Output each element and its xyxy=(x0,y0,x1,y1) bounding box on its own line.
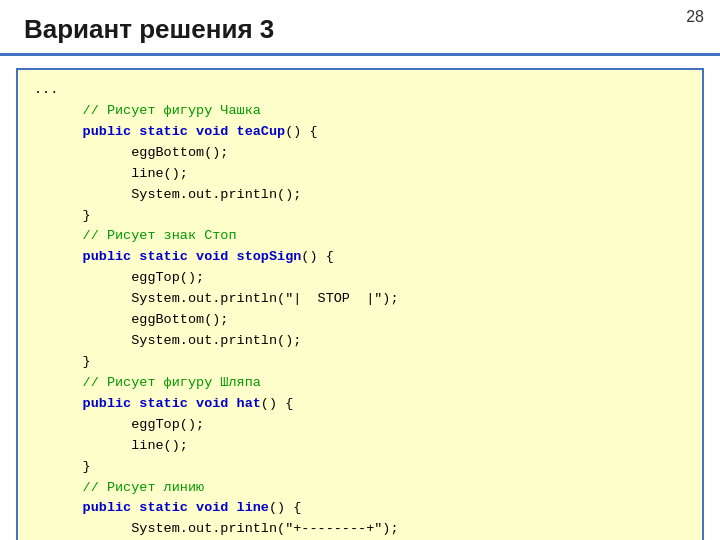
code-line: public static void hat() { xyxy=(34,394,686,415)
code-line: // Рисует фигуру Чашка xyxy=(34,101,686,122)
code-line: line(); xyxy=(34,164,686,185)
code-line: // Рисует линию xyxy=(34,478,686,499)
code-line: // Рисует знак Стоп xyxy=(34,226,686,247)
code-line: public static void line() { xyxy=(34,498,686,519)
code-line: eggBottom(); xyxy=(34,310,686,331)
code-line: } xyxy=(34,457,686,478)
slide-title: Вариант решения 3 xyxy=(0,0,720,56)
code-line: // Рисует фигуру Шляпа xyxy=(34,373,686,394)
page-number: 28 xyxy=(686,8,704,26)
code-line: eggTop(); xyxy=(34,268,686,289)
code-line: } xyxy=(34,206,686,227)
code-line: System.out.println(); xyxy=(34,331,686,352)
code-line: public static void stopSign() { xyxy=(34,247,686,268)
code-line: eggTop(); xyxy=(34,415,686,436)
code-line: ... xyxy=(34,80,686,101)
code-line: } xyxy=(34,352,686,373)
code-line: System.out.println("| STOP |"); xyxy=(34,289,686,310)
code-line: eggBottom(); xyxy=(34,143,686,164)
code-line: public static void teaCup() { xyxy=(34,122,686,143)
code-line: System.out.println(); xyxy=(34,185,686,206)
code-line: System.out.println("+--------+"); xyxy=(34,519,686,540)
code-block: ... // Рисует фигуру Чашка public static… xyxy=(16,68,704,540)
code-line: line(); xyxy=(34,436,686,457)
slide-container: 28 Вариант решения 3 ... // Рисует фигур… xyxy=(0,0,720,540)
